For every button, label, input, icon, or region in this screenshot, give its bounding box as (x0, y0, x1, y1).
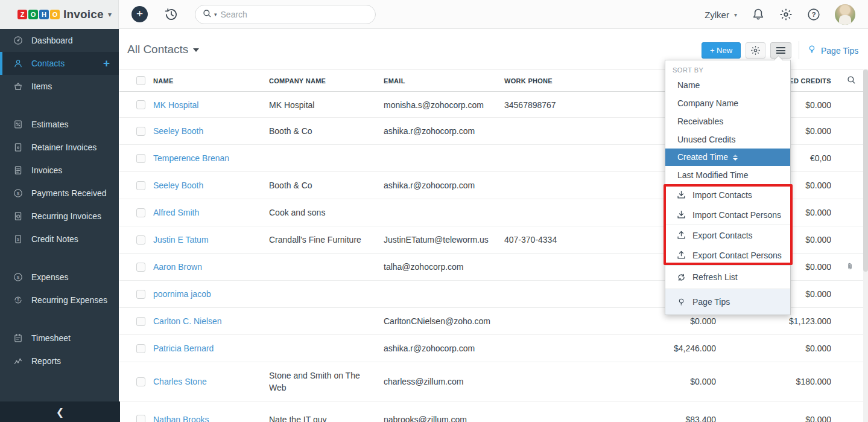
column-header[interactable]: COMPANY NAME (269, 75, 384, 87)
menu-item-import-contact-persons[interactable]: Import Contact Persons (665, 205, 790, 225)
company-name: Booth & Co (269, 179, 384, 191)
contact-name-link[interactable]: Charles Stone (153, 377, 207, 386)
sidebar-item-credit-notes[interactable]: $Credit Notes (0, 228, 119, 251)
recurring-expenses-icon: $ (13, 295, 23, 305)
list-more-menu-button[interactable] (770, 42, 791, 59)
sidebar-item-invoices[interactable]: Invoices (0, 159, 119, 182)
settings-gear-icon[interactable] (779, 8, 793, 21)
app-window: ZOHO Invoice ▾ + ▾ Search Zylker ▾ (0, 0, 868, 422)
row-checkbox[interactable] (136, 235, 145, 245)
contact-name-link[interactable]: Temperence Brenan (153, 153, 229, 163)
row-checkbox[interactable] (136, 290, 145, 299)
sidebar-item-reports[interactable]: Reports (0, 350, 119, 372)
list-settings-button[interactable] (746, 42, 765, 59)
contact-name-link[interactable]: Seeley Booth (153, 126, 203, 136)
search-scope-caret-icon[interactable]: ▾ (214, 11, 217, 18)
sidebar-item-dashboard[interactable]: Dashboard (0, 29, 119, 52)
sort-by-label: SORT BY (665, 60, 790, 76)
company-name: MK Hospital (269, 99, 384, 111)
user-avatar[interactable] (835, 4, 855, 25)
sidebar-item-timesheet[interactable]: Timesheet (0, 327, 119, 350)
help-icon[interactable]: ? (807, 8, 820, 21)
contact-name-link[interactable]: poornima jacob (153, 289, 211, 299)
sidebar-item-payments-received[interactable]: $Payments Received (0, 182, 119, 205)
sort-option-created-time[interactable]: Created Time (665, 149, 790, 166)
sidebar-item-retainer-invoices[interactable]: Retainer Invoices (0, 136, 119, 159)
sidebar-item-contacts[interactable]: Contacts+ (0, 52, 119, 75)
select-all-checkbox[interactable] (136, 76, 145, 85)
sort-option-company-name[interactable]: Company Name (665, 94, 790, 112)
contact-name-link[interactable]: Aaron Brown (153, 262, 202, 272)
add-contact-plus-icon[interactable]: + (103, 57, 110, 70)
contact-name-link[interactable]: Carlton C. Nielsen (153, 316, 222, 326)
recent-history-icon[interactable] (163, 7, 179, 22)
sidebar-item-recurring-expenses[interactable]: $Recurring Expenses (0, 289, 119, 312)
notifications-bell-icon[interactable] (752, 8, 765, 21)
menu-item-export-contacts[interactable]: Export Contacts (665, 225, 790, 245)
column-header[interactable]: EMAIL (384, 77, 504, 85)
svg-text:?: ? (811, 10, 816, 18)
menu-item-refresh-list[interactable]: Refresh List (665, 266, 790, 289)
import-icon (677, 210, 686, 219)
sidebar-item-label: Reports (31, 356, 61, 366)
row-checkbox[interactable] (136, 263, 145, 272)
row-checkbox[interactable] (136, 317, 145, 326)
paperclip-icon[interactable] (846, 263, 854, 272)
sidebar-item-label: Invoices (31, 165, 62, 175)
sidebar-collapse-button[interactable]: ❮ (0, 401, 120, 422)
work-phone: 34567898767 (504, 100, 595, 110)
sidebar-item-label: Payments Received (31, 188, 107, 198)
contact-name-link[interactable]: Alfred Smith (153, 208, 199, 217)
sidebar-item-label: Expenses (31, 272, 68, 282)
quick-create-button[interactable]: + (131, 6, 148, 22)
sidebar-item-recurring-invoices[interactable]: Recurring Invoices (0, 205, 119, 228)
sort-option-name[interactable]: Name (665, 76, 790, 94)
app-logo[interactable]: ZOHO Invoice ▾ (0, 0, 119, 29)
new-contact-button[interactable]: + New (702, 42, 741, 59)
contact-name-link[interactable]: Seeley Booth (153, 181, 203, 190)
sort-option-receivables[interactable]: Receivables (665, 112, 790, 130)
chevron-down-icon (193, 48, 199, 52)
sort-direction-icon (733, 155, 738, 161)
table-row[interactable]: Charles StoneStone and Smith on The Webc… (119, 362, 868, 401)
scrollbar-thumb[interactable] (863, 69, 868, 272)
vertical-scrollbar[interactable] (863, 69, 868, 422)
contact-name-link[interactable]: Nathan Brooks (153, 415, 209, 422)
table-search-icon[interactable] (847, 75, 856, 86)
menu-item-page-tips[interactable]: Page Tips (665, 289, 790, 315)
row-checkbox[interactable] (136, 377, 145, 386)
row-checkbox[interactable] (136, 415, 145, 422)
row-checkbox[interactable] (136, 181, 145, 190)
row-checkbox[interactable] (136, 100, 145, 109)
sidebar-nav: DashboardContacts+ItemsEstimatesRetainer… (0, 29, 119, 401)
row-checkbox[interactable] (136, 344, 145, 353)
org-switcher[interactable]: Zylker ▾ (705, 10, 737, 20)
top-bar: ZOHO Invoice ▾ + ▾ Search Zylker ▾ (0, 0, 868, 29)
row-checkbox[interactable] (136, 208, 145, 217)
table-row[interactable]: Nathan BrooksNate the IT guynabrooks@zil… (119, 401, 868, 422)
unused-credits-amount: $0.000 (716, 344, 831, 353)
topbar-right: Zylker ▾ ? (705, 0, 868, 29)
sidebar-item-items[interactable]: Items (0, 75, 119, 98)
menu-item-export-contact-persons[interactable]: Export Contact Persons (665, 245, 790, 265)
contacts-icon (13, 59, 23, 68)
column-header[interactable]: NAME (153, 77, 269, 85)
table-row[interactable]: Patricia Bernardashika.r@zohocorp.com$4,… (119, 335, 868, 362)
menu-item-import-contacts[interactable]: Import Contacts (665, 185, 790, 205)
chevron-down-icon: ▾ (108, 10, 112, 19)
contact-name-link[interactable]: Justin E Tatum (153, 235, 209, 245)
contact-name-link[interactable]: MK Hospital (153, 100, 198, 110)
column-header[interactable]: WORK PHONE (504, 77, 595, 85)
page-tips-link[interactable]: Page Tips (807, 45, 858, 56)
page-title[interactable]: All Contacts (127, 43, 199, 56)
row-checkbox[interactable] (136, 127, 145, 136)
sidebar-item-expenses[interactable]: $Expenses (0, 266, 119, 289)
row-checkbox[interactable] (136, 154, 145, 163)
sidebar-item-estimates[interactable]: Estimates (0, 113, 119, 136)
search-input[interactable]: ▾ Search (195, 5, 376, 24)
sort-option-unused-credits[interactable]: Unused Credits (665, 130, 790, 149)
unused-credits-amount: $0.000 (716, 415, 831, 422)
contact-name-link[interactable]: Patricia Bernard (153, 344, 214, 353)
sort-option-last-modified-time[interactable]: Last Modified Time (665, 166, 790, 184)
email: ashika.r@zohocorp.com (384, 344, 504, 353)
